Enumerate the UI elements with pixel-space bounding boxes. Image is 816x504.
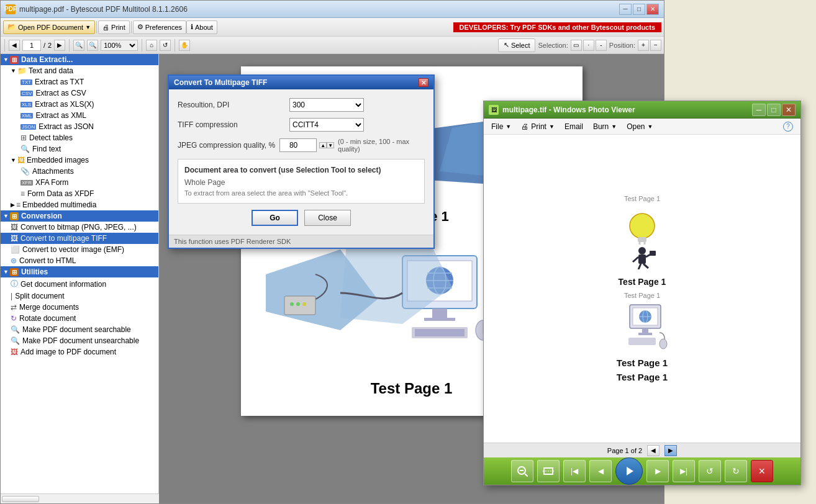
preferences-button[interactable]: ⚙ Preferences bbox=[133, 20, 186, 34]
sidebar-item-make-searchable[interactable]: 🔍 Make PDF document searchable bbox=[1, 324, 158, 335]
prev-page-button[interactable]: ◀ bbox=[9, 40, 20, 51]
svg-line-32 bbox=[643, 264, 648, 268]
sidebar-item-extract-xml[interactable]: XML Extract as XML bbox=[1, 110, 158, 121]
zoom-in-button[interactable]: 🔍 bbox=[87, 40, 98, 51]
photo-maximize-button[interactable]: □ bbox=[767, 104, 781, 116]
sidebar-item-convert-html[interactable]: ⊛ Convert to HTML bbox=[1, 255, 158, 266]
minimize-button[interactable]: ─ bbox=[619, 4, 632, 15]
photo-menu-file[interactable]: File ▼ bbox=[486, 121, 516, 132]
photo-rotate-left-button[interactable]: ↺ bbox=[699, 460, 721, 482]
photo-menu-print[interactable]: 🖨 Print ▼ bbox=[516, 121, 560, 132]
sidebar-item-make-unsearchable[interactable]: 🔍 Make PDF document unsearchable bbox=[1, 335, 158, 346]
home-button[interactable]: ⌂ bbox=[146, 40, 157, 51]
zoom-out-button[interactable]: 🔍 bbox=[73, 40, 84, 51]
utilities-group[interactable]: ▼ ⊞ Utilities bbox=[1, 266, 158, 277]
sel-dot1-button[interactable]: · bbox=[583, 40, 594, 51]
sidebar-item-add-image[interactable]: 🖼 Add image to PDF document bbox=[1, 346, 158, 358]
scrollbar-thumb[interactable] bbox=[2, 496, 39, 502]
quality-down-arrow[interactable]: ▼ bbox=[327, 142, 334, 148]
photo-menu-burn[interactable]: Burn ▼ bbox=[588, 121, 622, 132]
sidebar-item-rotate[interactable]: ↻ Rotate document bbox=[1, 313, 158, 324]
sidebar-item-find-text[interactable]: 🔍 Find text bbox=[1, 143, 158, 155]
next-page-button[interactable]: ▶ bbox=[54, 40, 65, 51]
searchable-icon: 🔍 bbox=[11, 325, 20, 334]
photo-prev-image-button[interactable]: ◀ bbox=[589, 460, 612, 482]
title-bar-text: multipage.pdf - Bytescout PDF Multitool … bbox=[19, 5, 619, 14]
quality-up-arrow[interactable]: ▲ bbox=[319, 142, 327, 148]
bitmap-icon: 🖼 bbox=[11, 223, 18, 232]
sidebar-item-extract-xls[interactable]: XLS Extract as XLS(X) bbox=[1, 99, 158, 110]
sidebar-item-text-and-data[interactable]: ▼ 📁 Text and data bbox=[1, 65, 158, 76]
svg-rect-19 bbox=[284, 296, 315, 315]
cancel-button[interactable]: Close bbox=[304, 210, 351, 226]
maximize-button[interactable]: □ bbox=[633, 4, 645, 15]
photo-next-page-button[interactable]: ▶ bbox=[664, 445, 677, 456]
photo-actual-size-button[interactable] bbox=[537, 460, 560, 482]
dialog-resolution-row: Resoultion, DPI 300 72 96 150 200 600 bbox=[178, 98, 425, 112]
photo-minimize-button[interactable]: ─ bbox=[752, 104, 766, 116]
sidebar-item-extract-csv[interactable]: CSV Extract as CSV bbox=[1, 88, 158, 99]
sel-rect-button[interactable]: ▭ bbox=[571, 40, 582, 51]
photo-slideshow-button[interactable] bbox=[615, 457, 643, 485]
info-icon: ℹ bbox=[191, 23, 193, 31]
dropdown-arrow-icon: ▼ bbox=[85, 24, 91, 30]
print-button[interactable]: 🖨 Print bbox=[98, 20, 130, 34]
pos-minus-button[interactable]: − bbox=[650, 40, 661, 51]
sidebar-item-merge[interactable]: ⇄ Merge documents bbox=[1, 302, 158, 313]
sidebar-item-split[interactable]: | Split document bbox=[1, 290, 158, 302]
select-button[interactable]: ↖ Select bbox=[498, 38, 536, 52]
utilities-icon: ⊞ bbox=[10, 268, 19, 276]
close-button[interactable]: ✕ bbox=[646, 4, 659, 15]
quality-label: JPEG compression quality, % bbox=[178, 141, 279, 150]
refresh-button[interactable]: ↺ bbox=[160, 40, 171, 51]
photo-last-page-button[interactable]: ▶| bbox=[673, 460, 695, 482]
help-icon: ? bbox=[783, 122, 793, 132]
page-number-input[interactable]: 1 bbox=[22, 40, 41, 51]
xfr-icon: XFR bbox=[20, 180, 33, 186]
resolution-select[interactable]: 300 72 96 150 200 600 bbox=[289, 98, 364, 112]
burn-arrow-icon: ▼ bbox=[611, 124, 617, 130]
data-extraction-group[interactable]: ▼ ⊞ Data Extracti... bbox=[1, 54, 158, 65]
sidebar: ▼ ⊞ Data Extracti... ▼ 📁 Text and data T… bbox=[1, 54, 159, 503]
sidebar-item-doc-info[interactable]: ⓘ Get document information bbox=[1, 277, 158, 290]
photo-menu-email[interactable]: Email bbox=[560, 121, 588, 132]
photo-rotate-right-button[interactable]: ↻ bbox=[725, 460, 747, 482]
zoom-select[interactable]: 100% 75% 150% bbox=[101, 40, 138, 51]
conversion-group[interactable]: ▼ ⊞ Conversion bbox=[1, 210, 158, 222]
sidebar-item-embedded-multimedia[interactable]: ▶ ≡ Embedded multimedia bbox=[1, 199, 158, 210]
sidebar-item-form-data[interactable]: ≡ Form Data as XFDF bbox=[1, 188, 158, 199]
compression-select[interactable]: CCITT4 LZW None ZIP bbox=[289, 118, 364, 132]
sidebar-item-extract-json[interactable]: JSON Extract as JSON bbox=[1, 121, 158, 132]
photo-menu-open[interactable]: Open ▼ bbox=[622, 121, 658, 132]
photo-next-image-button[interactable]: ▶ bbox=[646, 460, 669, 482]
photo-delete-button[interactable]: ✕ bbox=[751, 460, 773, 482]
photo-viewer-window: 🖼 multipage.tif - Windows Photo Viewer ─… bbox=[483, 101, 801, 485]
sidebar-item-detect-tables[interactable]: ⊞ Detect tables bbox=[1, 132, 158, 143]
photo-zoom-out-button[interactable] bbox=[511, 460, 533, 482]
sidebar-item-attachments[interactable]: 📎 Attachments bbox=[1, 166, 158, 177]
sidebar-item-convert-tiff[interactable]: 🖼 Convert to multipage TIFF bbox=[1, 233, 158, 244]
sidebar-item-extract-txt[interactable]: TXT Extract as TXT bbox=[1, 76, 158, 88]
sel-dot2-button[interactable]: - bbox=[596, 40, 607, 51]
sidebar-item-convert-emf[interactable]: ⬜ Convert to vector image (EMF) bbox=[1, 244, 158, 255]
sidebar-scrollbar[interactable] bbox=[1, 493, 159, 503]
photo-lightbulb-area bbox=[537, 207, 748, 269]
photo-close-button[interactable]: ✕ bbox=[782, 104, 796, 116]
hand-button[interactable]: ✋ bbox=[179, 40, 190, 51]
about-button[interactable]: ℹ About bbox=[186, 20, 217, 34]
photo-first-page-button[interactable]: |◀ bbox=[563, 460, 586, 482]
photo-menu-help[interactable]: ? bbox=[778, 120, 798, 133]
go-button[interactable]: Go bbox=[252, 210, 298, 226]
dialog-close-button[interactable]: ✕ bbox=[419, 78, 428, 87]
unsearchable-icon: 🔍 bbox=[11, 336, 20, 345]
clip-icon: 📎 bbox=[20, 167, 30, 176]
sidebar-item-convert-bitmap[interactable]: 🖼 Convert to bitmap (PNG, JPEG, ...) bbox=[1, 222, 158, 233]
sidebar-item-xfa-form[interactable]: XFR XFA Form bbox=[1, 177, 158, 188]
pos-cross-button[interactable]: + bbox=[638, 40, 649, 51]
svg-rect-11 bbox=[432, 308, 447, 318]
open-pdf-button[interactable]: 📂 Open PDF Document ▼ bbox=[3, 20, 95, 34]
sidebar-item-embedded-images[interactable]: ▼ 🖼 Embedded images bbox=[1, 155, 158, 166]
quality-input[interactable] bbox=[279, 138, 317, 152]
photo-prev-page-button[interactable]: ◀ bbox=[647, 445, 660, 456]
dialog-title-bar: Convert To Multipage TIFF ✕ bbox=[169, 76, 433, 89]
